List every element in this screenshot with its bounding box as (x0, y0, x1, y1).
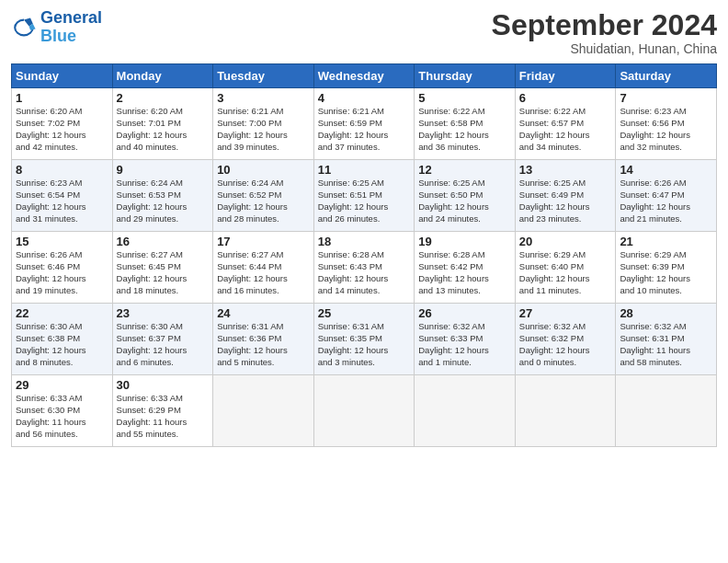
header-tuesday: Tuesday (213, 64, 314, 88)
calendar-page: General Blue September 2024 Shuidatian, … (0, 0, 728, 563)
page-header: General Blue September 2024 Shuidatian, … (11, 9, 717, 56)
day-empty-3 (415, 375, 516, 447)
day-29: 29 Sunrise: 6:33 AMSunset: 6:30 PMDaylig… (12, 375, 113, 447)
day-13: 13 Sunrise: 6:25 AMSunset: 6:49 PMDaylig… (515, 160, 616, 232)
week-row-5: 29 Sunrise: 6:33 AMSunset: 6:30 PMDaylig… (12, 375, 717, 447)
day-20: 20 Sunrise: 6:29 AMSunset: 6:40 PMDaylig… (515, 232, 616, 304)
day-26: 26 Sunrise: 6:32 AMSunset: 6:33 PMDaylig… (415, 304, 516, 375)
day-18: 18 Sunrise: 6:28 AMSunset: 6:43 PMDaylig… (313, 232, 415, 304)
day-empty-4 (515, 375, 616, 447)
title-block: September 2024 Shuidatian, Hunan, China (492, 9, 717, 56)
weekday-header-row: Sunday Monday Tuesday Wednesday Thursday… (12, 64, 717, 88)
week-row-1: 1 Sunrise: 6:20 AMSunset: 7:02 PMDayligh… (12, 88, 717, 160)
day-28: 28 Sunrise: 6:32 AMSunset: 6:31 PMDaylig… (616, 304, 717, 375)
day-23: 23 Sunrise: 6:30 AMSunset: 6:37 PMDaylig… (112, 304, 213, 375)
day-25: 25 Sunrise: 6:31 AMSunset: 6:35 PMDaylig… (313, 304, 415, 375)
day-27: 27 Sunrise: 6:32 AMSunset: 6:32 PMDaylig… (515, 304, 616, 375)
header-monday: Monday (112, 64, 213, 88)
logo-general: General (40, 8, 102, 27)
day-21: 21 Sunrise: 6:29 AMSunset: 6:39 PMDaylig… (616, 232, 717, 304)
day-19: 19 Sunrise: 6:28 AMSunset: 6:42 PMDaylig… (415, 232, 516, 304)
day-11: 11 Sunrise: 6:25 AMSunset: 6:51 PMDaylig… (313, 160, 415, 232)
logo-text: General Blue (40, 9, 102, 46)
header-friday: Friday (515, 64, 616, 88)
day-8: 8 Sunrise: 6:23 AMSunset: 6:54 PMDayligh… (12, 160, 113, 232)
day-10: 10 Sunrise: 6:24 AMSunset: 6:52 PMDaylig… (213, 160, 314, 232)
day-16: 16 Sunrise: 6:27 AMSunset: 6:45 PMDaylig… (112, 232, 213, 304)
logo-blue: Blue (40, 27, 76, 45)
day-6: 6 Sunrise: 6:22 AMSunset: 6:57 PMDayligh… (515, 88, 616, 160)
week-row-3: 15 Sunrise: 6:26 AMSunset: 6:46 PMDaylig… (12, 232, 717, 304)
day-9: 9 Sunrise: 6:24 AMSunset: 6:53 PMDayligh… (112, 160, 213, 232)
calendar-table: Sunday Monday Tuesday Wednesday Thursday… (11, 63, 717, 447)
day-5: 5 Sunrise: 6:22 AMSunset: 6:58 PMDayligh… (415, 88, 516, 160)
day-1: 1 Sunrise: 6:20 AMSunset: 7:02 PMDayligh… (12, 88, 113, 160)
day-30: 30 Sunrise: 6:33 AMSunset: 6:29 PMDaylig… (112, 375, 213, 447)
header-thursday: Thursday (415, 64, 516, 88)
header-wednesday: Wednesday (313, 64, 415, 88)
day-3: 3 Sunrise: 6:21 AMSunset: 7:00 PMDayligh… (213, 88, 314, 160)
day-empty-5 (616, 375, 717, 447)
day-4: 4 Sunrise: 6:21 AMSunset: 6:59 PMDayligh… (313, 88, 415, 160)
header-saturday: Saturday (616, 64, 717, 88)
month-title: September 2024 (492, 9, 717, 41)
week-row-2: 8 Sunrise: 6:23 AMSunset: 6:54 PMDayligh… (12, 160, 717, 232)
day-12: 12 Sunrise: 6:25 AMSunset: 6:50 PMDaylig… (415, 160, 516, 232)
day-14: 14 Sunrise: 6:26 AMSunset: 6:47 PMDaylig… (616, 160, 717, 232)
logo: General Blue (11, 9, 102, 46)
day-empty-2 (313, 375, 415, 447)
logo-icon (11, 15, 37, 40)
location-subtitle: Shuidatian, Hunan, China (492, 41, 717, 56)
week-row-4: 22 Sunrise: 6:30 AMSunset: 6:38 PMDaylig… (12, 304, 717, 375)
header-sunday: Sunday (12, 64, 113, 88)
day-17: 17 Sunrise: 6:27 AMSunset: 6:44 PMDaylig… (213, 232, 314, 304)
day-2: 2 Sunrise: 6:20 AMSunset: 7:01 PMDayligh… (112, 88, 213, 160)
day-22: 22 Sunrise: 6:30 AMSunset: 6:38 PMDaylig… (12, 304, 113, 375)
day-24: 24 Sunrise: 6:31 AMSunset: 6:36 PMDaylig… (213, 304, 314, 375)
day-7: 7 Sunrise: 6:23 AMSunset: 6:56 PMDayligh… (616, 88, 717, 160)
day-15: 15 Sunrise: 6:26 AMSunset: 6:46 PMDaylig… (12, 232, 113, 304)
day-empty-1 (213, 375, 314, 447)
